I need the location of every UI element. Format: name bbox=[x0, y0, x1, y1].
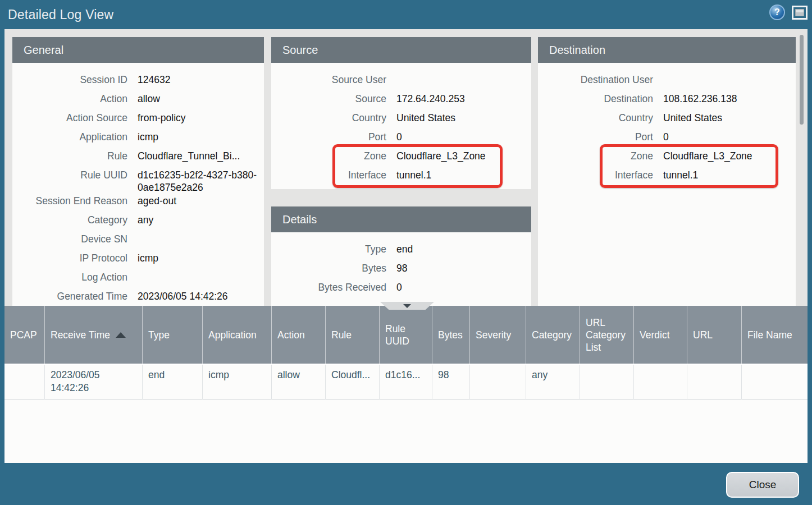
field-label: Source bbox=[271, 91, 386, 105]
log-cell: d1c16... bbox=[380, 365, 432, 400]
column-header-type[interactable]: Type bbox=[143, 306, 203, 364]
dialog-titlebar: Detailed Log View ? bbox=[0, 0, 812, 29]
field-row: Rule UUIDd1c16235-b2f2-4327-b380-0ae1875… bbox=[12, 168, 264, 194]
field-label: Country bbox=[538, 111, 653, 124]
details-panel: Details TypeendBytes98Bytes Received0 bbox=[271, 206, 531, 306]
titlebar-icons: ? bbox=[769, 4, 808, 20]
field-row: Bytes98 bbox=[271, 261, 531, 280]
log-cell: 2023/06/05 14:42:26 bbox=[45, 365, 143, 400]
page-title: Detailed Log View bbox=[0, 7, 113, 22]
field-label: Port bbox=[538, 130, 653, 143]
field-value: United States bbox=[663, 111, 722, 124]
field-label: Bytes Received bbox=[271, 280, 386, 293]
column-header-verdict[interactable]: Verdict bbox=[634, 306, 687, 364]
column-header-bytes[interactable]: Bytes bbox=[432, 306, 470, 364]
general-panel: General Session ID124632ActionallowActio… bbox=[12, 37, 264, 306]
column-header-url[interactable]: URL bbox=[687, 306, 742, 364]
field-value: any bbox=[138, 213, 153, 226]
column-header-application[interactable]: Application bbox=[203, 306, 272, 364]
log-cell bbox=[4, 365, 45, 400]
panel-collapse-handle[interactable] bbox=[380, 302, 434, 310]
log-cell: 98 bbox=[432, 365, 470, 400]
general-panel-body: Session ID124632ActionallowAction Source… bbox=[12, 63, 264, 306]
field-row: Interfacetunnel.1 bbox=[538, 168, 796, 187]
field-label: Zone bbox=[538, 149, 653, 162]
field-label: Generated Time bbox=[12, 289, 127, 302]
log-table: PCAPReceive TimeTypeApplicationActionRul… bbox=[4, 306, 808, 463]
field-row: Bytes Received0 bbox=[271, 280, 531, 299]
field-value: 0 bbox=[663, 130, 669, 143]
details-panel-body: TypeendBytes98Bytes Received0 bbox=[271, 232, 531, 299]
field-label: Type bbox=[271, 242, 386, 255]
field-row: Source User bbox=[271, 72, 531, 91]
field-row: CountryUnited States bbox=[271, 111, 531, 130]
field-label: Interface bbox=[271, 168, 386, 181]
column-header-label: Action bbox=[277, 329, 305, 341]
log-cell bbox=[634, 365, 687, 400]
field-row: Typeend bbox=[271, 242, 531, 261]
field-row: Destination108.162.236.138 bbox=[538, 91, 796, 111]
field-value: Cloudflare_L3_Zone bbox=[663, 149, 752, 162]
field-value: icmp bbox=[138, 130, 158, 143]
field-label: Action Source bbox=[12, 111, 127, 124]
column-header-severity[interactable]: Severity bbox=[470, 306, 526, 364]
field-label: Rule UUID bbox=[12, 168, 127, 181]
column-header-label: Type bbox=[148, 329, 170, 341]
field-value: icmp bbox=[138, 251, 158, 264]
log-cell: Cloudfl... bbox=[326, 365, 380, 400]
log-cell: icmp bbox=[203, 365, 272, 400]
field-row: Session End Reasonaged-out bbox=[12, 194, 264, 213]
log-cell bbox=[742, 365, 808, 400]
column-header-label: Verdict bbox=[640, 329, 670, 341]
destination-panel: Destination Destination UserDestination1… bbox=[538, 37, 796, 306]
field-row: Generated Time2023/06/05 14:42:26 bbox=[12, 289, 264, 306]
column-header-rule-uuid[interactable]: Rule UUID bbox=[380, 306, 432, 364]
log-cell: allow bbox=[272, 365, 326, 400]
field-value: d1c16235-b2f2-4327-b380-0ae1875e2a26 bbox=[138, 168, 261, 194]
field-value: 0 bbox=[396, 280, 402, 293]
field-row: Applicationicmp bbox=[12, 130, 264, 149]
column-header-label: Rule UUID bbox=[385, 323, 426, 347]
column-header-rule[interactable]: Rule bbox=[326, 306, 380, 364]
log-cell bbox=[687, 365, 742, 400]
column-header-url-category-list[interactable]: URL Category List bbox=[580, 306, 634, 364]
field-label: Destination bbox=[538, 91, 653, 105]
field-label: Application bbox=[12, 130, 127, 143]
column-header-label: URL bbox=[693, 329, 713, 341]
field-value: United States bbox=[396, 111, 455, 124]
log-cell: any bbox=[526, 365, 580, 400]
column-header-label: Application bbox=[208, 329, 257, 341]
field-value: from-policy bbox=[138, 111, 186, 124]
column-header-file-name[interactable]: File Name bbox=[742, 306, 808, 364]
log-table-row[interactable]: 2023/06/05 14:42:26endicmpallowCloudfl..… bbox=[4, 364, 808, 400]
close-button[interactable]: Close bbox=[726, 472, 799, 498]
log-table-body: 2023/06/05 14:42:26endicmpallowCloudfl..… bbox=[4, 364, 808, 400]
field-row: Destination User bbox=[538, 72, 796, 91]
column-header-label: Rule bbox=[331, 329, 352, 341]
field-value: 172.64.240.253 bbox=[396, 91, 465, 105]
field-row: Action Sourcefrom-policy bbox=[12, 111, 264, 130]
destination-panel-header: Destination bbox=[538, 37, 796, 63]
field-row: Device SN bbox=[12, 232, 264, 251]
field-label: Destination User bbox=[538, 72, 653, 86]
vertical-scrollbar-thumb[interactable] bbox=[800, 35, 804, 125]
column-header-label: Severity bbox=[476, 329, 511, 341]
column-header-category[interactable]: Category bbox=[526, 306, 580, 364]
field-row: Session ID124632 bbox=[12, 72, 264, 91]
column-header-receive-time[interactable]: Receive Time bbox=[45, 306, 143, 364]
log-cell: end bbox=[143, 365, 203, 400]
window-restore-icon[interactable] bbox=[792, 6, 808, 20]
field-row: Port0 bbox=[271, 130, 531, 149]
field-value: Cloudflare_L3_Zone bbox=[396, 149, 486, 162]
column-header-action[interactable]: Action bbox=[272, 306, 326, 364]
help-icon[interactable]: ? bbox=[769, 4, 785, 20]
field-label: Source User bbox=[271, 72, 386, 86]
field-value: Cloudflare_Tunnel_Bi... bbox=[138, 149, 240, 162]
source-panel-body: Source UserSource172.64.240.253CountryUn… bbox=[271, 63, 531, 187]
log-detail-panels-region: General Session ID124632ActionallowActio… bbox=[4, 29, 808, 306]
chevron-down-icon bbox=[403, 304, 411, 308]
column-header-label: Receive Time bbox=[51, 329, 110, 341]
field-label: Port bbox=[271, 130, 386, 143]
column-header-pcap[interactable]: PCAP bbox=[4, 306, 45, 364]
destination-panel-body: Destination UserDestination108.162.236.1… bbox=[538, 63, 796, 187]
